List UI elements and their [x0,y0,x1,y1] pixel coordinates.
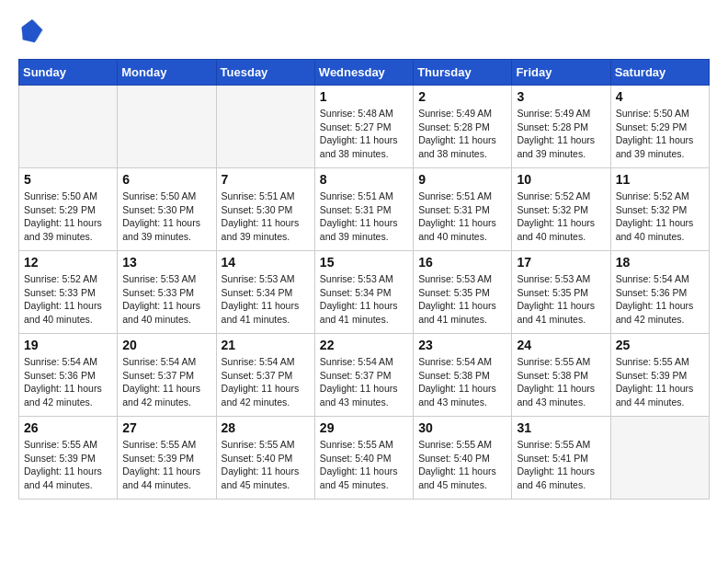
calendar-header: SundayMondayTuesdayWednesdayThursdayFrid… [19,60,710,86]
day-info: Sunrise: 5:55 AMSunset: 5:38 PMDaylight:… [517,355,605,409]
day-info: Sunrise: 5:53 AMSunset: 5:35 PMDaylight:… [517,272,605,327]
day-number: 16 [418,255,506,270]
day-number: 2 [418,89,506,104]
day-number: 29 [320,420,408,435]
calendar-cell: 6Sunrise: 5:50 AMSunset: 5:30 PMDaylight… [118,168,216,251]
day-info: Sunrise: 5:54 AMSunset: 5:38 PMDaylight:… [418,355,506,409]
calendar-cell: 27Sunrise: 5:55 AMSunset: 5:39 PMDayligh… [118,417,216,500]
day-header-wednesday: Wednesday [314,60,413,86]
day-info: Sunrise: 5:55 AMSunset: 5:40 PMDaylight:… [222,438,310,492]
day-number: 5 [24,172,112,187]
day-number: 14 [222,255,310,270]
day-number: 30 [418,420,506,435]
day-header-tuesday: Tuesday [216,60,314,86]
calendar-cell: 26Sunrise: 5:55 AMSunset: 5:39 PMDayligh… [19,417,118,500]
calendar-cell [610,417,709,500]
day-info: Sunrise: 5:50 AMSunset: 5:29 PMDaylight:… [616,107,704,161]
day-info: Sunrise: 5:52 AMSunset: 5:33 PMDaylight:… [24,272,112,327]
day-info: Sunrise: 5:51 AMSunset: 5:30 PMDaylight:… [222,190,310,244]
calendar-cell: 8Sunrise: 5:51 AMSunset: 5:31 PMDaylight… [314,168,413,251]
day-number: 28 [222,420,310,435]
day-info: Sunrise: 5:53 AMSunset: 5:35 PMDaylight:… [418,272,506,327]
calendar-cell: 29Sunrise: 5:55 AMSunset: 5:40 PMDayligh… [314,417,413,500]
day-info: Sunrise: 5:54 AMSunset: 5:37 PMDaylight:… [320,355,408,409]
day-number: 26 [24,420,112,435]
day-number: 18 [616,255,704,270]
day-info: Sunrise: 5:54 AMSunset: 5:37 PMDaylight:… [122,355,210,409]
day-info: Sunrise: 5:54 AMSunset: 5:36 PMDaylight:… [616,272,704,327]
calendar-cell: 5Sunrise: 5:50 AMSunset: 5:29 PMDaylight… [19,168,118,251]
calendar-cell: 10Sunrise: 5:52 AMSunset: 5:32 PMDayligh… [512,168,610,251]
calendar-cell: 11Sunrise: 5:52 AMSunset: 5:32 PMDayligh… [610,168,709,251]
day-header-sunday: Sunday [19,60,118,86]
day-number: 17 [517,255,605,270]
day-number: 20 [122,338,210,352]
day-info: Sunrise: 5:52 AMSunset: 5:32 PMDaylight:… [616,190,704,244]
day-number: 9 [418,172,506,187]
calendar-cell [19,86,118,168]
day-info: Sunrise: 5:50 AMSunset: 5:29 PMDaylight:… [24,190,112,244]
day-info: Sunrise: 5:48 AMSunset: 5:27 PMDaylight:… [320,107,408,161]
day-number: 13 [122,255,210,270]
day-number: 31 [517,420,605,435]
day-header-saturday: Saturday [610,60,709,86]
day-info: Sunrise: 5:51 AMSunset: 5:31 PMDaylight:… [320,190,408,244]
calendar-cell: 7Sunrise: 5:51 AMSunset: 5:30 PMDaylight… [216,168,314,251]
day-info: Sunrise: 5:55 AMSunset: 5:39 PMDaylight:… [24,438,112,492]
calendar-cell: 23Sunrise: 5:54 AMSunset: 5:38 PMDayligh… [414,334,512,417]
day-info: Sunrise: 5:49 AMSunset: 5:28 PMDaylight:… [517,107,605,161]
calendar-body: 1Sunrise: 5:48 AMSunset: 5:27 PMDaylight… [19,86,710,500]
calendar-cell [118,86,216,168]
day-info: Sunrise: 5:50 AMSunset: 5:30 PMDaylight:… [122,190,210,244]
day-number: 25 [616,338,704,352]
day-info: Sunrise: 5:53 AMSunset: 5:34 PMDaylight:… [320,272,408,327]
day-info: Sunrise: 5:54 AMSunset: 5:36 PMDaylight:… [24,355,112,409]
day-number: 15 [320,255,408,270]
day-info: Sunrise: 5:49 AMSunset: 5:28 PMDaylight:… [418,107,506,161]
calendar-cell: 24Sunrise: 5:55 AMSunset: 5:38 PMDayligh… [512,334,610,417]
logo-icon [18,18,44,44]
calendar-cell: 22Sunrise: 5:54 AMSunset: 5:37 PMDayligh… [314,334,413,417]
svg-marker-2 [22,19,42,42]
day-number: 1 [320,89,408,104]
day-info: Sunrise: 5:55 AMSunset: 5:40 PMDaylight:… [320,438,408,492]
day-number: 12 [24,255,112,270]
day-header-thursday: Thursday [414,60,512,86]
day-info: Sunrise: 5:52 AMSunset: 5:32 PMDaylight:… [517,190,605,244]
day-number: 8 [320,172,408,187]
calendar-cell: 2Sunrise: 5:49 AMSunset: 5:28 PMDaylight… [414,86,512,168]
day-number: 11 [616,172,704,187]
calendar-cell: 30Sunrise: 5:55 AMSunset: 5:40 PMDayligh… [414,417,512,500]
week-row-2: 5Sunrise: 5:50 AMSunset: 5:29 PMDaylight… [19,168,710,251]
day-number: 19 [24,338,112,352]
calendar-cell: 28Sunrise: 5:55 AMSunset: 5:40 PMDayligh… [216,417,314,500]
calendar-cell: 3Sunrise: 5:49 AMSunset: 5:28 PMDaylight… [512,86,610,168]
day-info: Sunrise: 5:53 AMSunset: 5:33 PMDaylight:… [122,272,210,327]
week-row-5: 26Sunrise: 5:55 AMSunset: 5:39 PMDayligh… [19,417,710,500]
day-info: Sunrise: 5:55 AMSunset: 5:41 PMDaylight:… [517,438,605,492]
calendar-cell: 31Sunrise: 5:55 AMSunset: 5:41 PMDayligh… [512,417,610,500]
calendar-cell: 9Sunrise: 5:51 AMSunset: 5:31 PMDaylight… [414,168,512,251]
day-number: 23 [418,338,506,352]
calendar-table: SundayMondayTuesdayWednesdayThursdayFrid… [18,59,710,500]
calendar-cell: 16Sunrise: 5:53 AMSunset: 5:35 PMDayligh… [414,251,512,334]
calendar-cell: 25Sunrise: 5:55 AMSunset: 5:39 PMDayligh… [610,334,709,417]
calendar-cell [216,86,314,168]
day-number: 22 [320,338,408,352]
day-number: 7 [222,172,310,187]
calendar-cell: 1Sunrise: 5:48 AMSunset: 5:27 PMDaylight… [314,86,413,168]
calendar-cell: 17Sunrise: 5:53 AMSunset: 5:35 PMDayligh… [512,251,610,334]
calendar-cell: 15Sunrise: 5:53 AMSunset: 5:34 PMDayligh… [314,251,413,334]
calendar-cell: 19Sunrise: 5:54 AMSunset: 5:36 PMDayligh… [19,334,118,417]
day-number: 3 [517,89,605,104]
calendar-cell: 21Sunrise: 5:54 AMSunset: 5:37 PMDayligh… [216,334,314,417]
page-header [18,18,710,44]
calendar-cell: 12Sunrise: 5:52 AMSunset: 5:33 PMDayligh… [19,251,118,334]
day-info: Sunrise: 5:55 AMSunset: 5:39 PMDaylight:… [122,438,210,492]
week-row-4: 19Sunrise: 5:54 AMSunset: 5:36 PMDayligh… [19,334,710,417]
header-row: SundayMondayTuesdayWednesdayThursdayFrid… [19,60,710,86]
calendar-cell: 4Sunrise: 5:50 AMSunset: 5:29 PMDaylight… [610,86,709,168]
day-header-monday: Monday [118,60,216,86]
calendar-cell: 20Sunrise: 5:54 AMSunset: 5:37 PMDayligh… [118,334,216,417]
day-info: Sunrise: 5:55 AMSunset: 5:40 PMDaylight:… [418,438,506,492]
